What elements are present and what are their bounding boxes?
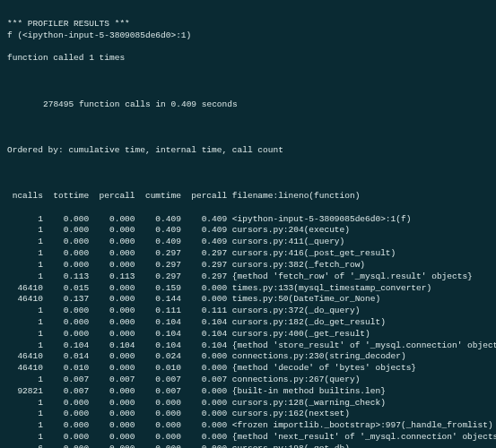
profiler-output: *** PROFILER RESULTS *** f (<ipython-inp… <box>0 0 496 448</box>
summary-line: 278495 function calls in 0.409 seconds <box>7 99 496 111</box>
results-heading: *** PROFILER RESULTS *** <box>7 19 130 29</box>
profile-row: 1 0.000 0.000 0.409 0.409 <ipython-input… <box>7 214 496 226</box>
profile-row: 1 0.000 0.000 0.297 0.297 cursors.py:416… <box>7 248 496 260</box>
profile-row: 1 0.000 0.000 0.409 0.409 cursors.py:411… <box>7 237 496 248</box>
profile-row: 1 0.000 0.000 0.000 0.000 <frozen import… <box>7 420 496 432</box>
profile-row: 1 0.000 0.000 0.297 0.297 cursors.py:382… <box>7 260 496 271</box>
profile-row: 46410 0.010 0.000 0.010 0.000 {method 'd… <box>7 363 496 375</box>
profile-rows: 1 0.000 0.000 0.409 0.409 <ipython-input… <box>7 214 496 448</box>
profile-row: 1 0.000 0.000 0.104 0.104 cursors.py:182… <box>7 317 496 329</box>
profile-row: 46410 0.015 0.000 0.159 0.000 times.py:1… <box>7 283 496 295</box>
columns-header: ncalls tottime percall cumtime percall f… <box>7 191 496 202</box>
blank-line <box>7 168 496 179</box>
profile-row: 1 0.000 0.000 0.111 0.111 cursors.py:372… <box>7 306 496 317</box>
profile-row: 1 0.000 0.000 0.000 0.000 {method 'next_… <box>7 432 496 444</box>
profile-row: 1 0.000 0.000 0.000 0.000 cursors.py:128… <box>7 398 496 409</box>
profile-row: 1 0.104 0.104 0.104 0.104 {method 'store… <box>7 340 496 352</box>
profile-row: 1 0.113 0.113 0.297 0.297 {method 'fetch… <box>7 271 496 283</box>
blank-line <box>7 122 496 134</box>
profile-row: 1 0.007 0.007 0.007 0.007 connections.py… <box>7 375 496 386</box>
ordered-line: Ordered by: cumulative time, internal ti… <box>7 145 496 157</box>
called-line: function called 1 times <box>7 53 496 65</box>
profile-row: 46410 0.137 0.000 0.144 0.000 times.py:5… <box>7 294 496 306</box>
profile-row: 1 0.000 0.000 0.409 0.409 cursors.py:204… <box>7 225 496 237</box>
profile-row: 1 0.000 0.000 0.104 0.104 cursors.py:400… <box>7 329 496 340</box>
blank-line <box>7 76 496 88</box>
fn-line: f (<ipython-input-5-3809085de6d0>:1) <box>7 30 496 42</box>
profile-row: 6 0.000 0.000 0.000 0.000 cursors.py:198… <box>7 444 496 448</box>
profile-row: 46410 0.014 0.000 0.024 0.000 connection… <box>7 351 496 363</box>
profile-row: 1 0.000 0.000 0.000 0.000 cursors.py:162… <box>7 409 496 420</box>
profile-row: 92821 0.007 0.000 0.007 0.000 {built-in … <box>7 386 496 398</box>
